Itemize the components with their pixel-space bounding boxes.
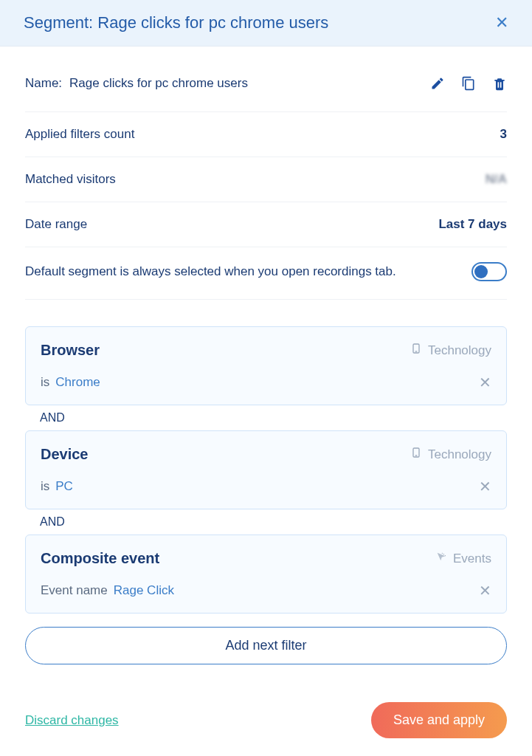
applied-filters-label: Applied filters count bbox=[25, 127, 134, 142]
copy-icon[interactable] bbox=[461, 76, 476, 91]
filter-category: Technology bbox=[410, 340, 491, 360]
date-range-row: Date range Last 7 days bbox=[25, 202, 507, 247]
filter-card-composite-event: Composite event Events Event name Rage C… bbox=[25, 535, 507, 614]
remove-filter-icon[interactable]: ✕ bbox=[479, 479, 491, 494]
svg-point-5 bbox=[445, 555, 446, 556]
svg-point-4 bbox=[443, 554, 444, 554]
segment-name-row: Name: Rage clicks for pc chrome users bbox=[25, 76, 507, 112]
discard-changes-link[interactable]: Discard changes bbox=[25, 713, 119, 728]
remove-filter-icon[interactable]: ✕ bbox=[479, 375, 491, 390]
filter-category: Events bbox=[435, 549, 491, 568]
default-segment-toggle[interactable] bbox=[471, 262, 507, 281]
filter-expression[interactable]: is PC bbox=[41, 479, 73, 494]
modal-body: Name: Rage clicks for pc chrome users Ap… bbox=[0, 47, 532, 681]
name-label: Name: bbox=[25, 76, 62, 91]
svg-point-6 bbox=[442, 553, 443, 554]
matched-visitors-row: Matched visitors N/A bbox=[25, 157, 507, 202]
filter-card-browser: Browser Technology is Chrome ✕ bbox=[25, 326, 507, 405]
default-segment-row: Default segment is always selected when … bbox=[25, 247, 507, 300]
filter-expression[interactable]: is Chrome bbox=[41, 375, 100, 390]
modal-footer: Discard changes Save and apply bbox=[0, 681, 532, 756]
device-icon bbox=[410, 444, 422, 464]
filter-card-device: Device Technology is PC ✕ bbox=[25, 430, 507, 509]
filter-category-label: Technology bbox=[428, 343, 491, 358]
toggle-knob bbox=[474, 265, 488, 278]
conjunction-and: AND bbox=[25, 405, 507, 430]
close-icon[interactable]: ✕ bbox=[495, 15, 508, 31]
filter-value: Rage Click bbox=[114, 583, 174, 598]
applied-filters-row: Applied filters count 3 bbox=[25, 112, 507, 157]
add-next-filter-button[interactable]: Add next filter bbox=[25, 627, 507, 664]
date-range-value: Last 7 days bbox=[438, 217, 507, 232]
delete-icon[interactable] bbox=[492, 76, 507, 91]
name-actions bbox=[430, 76, 507, 91]
default-segment-label: Default segment is always selected when … bbox=[25, 264, 396, 279]
filter-category: Technology bbox=[410, 444, 491, 464]
filter-operator: is bbox=[41, 375, 49, 390]
filter-category-label: Technology bbox=[428, 447, 491, 462]
modal-title: Segment: Rage clicks for pc chrome users bbox=[24, 13, 328, 32]
name-value: Rage clicks for pc chrome users bbox=[69, 76, 430, 91]
filter-title: Composite event bbox=[41, 550, 159, 567]
save-and-apply-button[interactable]: Save and apply bbox=[371, 702, 507, 738]
edit-icon[interactable] bbox=[430, 76, 445, 91]
filter-title: Browser bbox=[41, 342, 100, 359]
filter-value: PC bbox=[55, 479, 73, 494]
modal-header: Segment: Rage clicks for pc chrome users… bbox=[0, 0, 532, 47]
matched-visitors-label: Matched visitors bbox=[25, 172, 116, 187]
filter-operator: is bbox=[41, 479, 49, 494]
applied-filters-value: 3 bbox=[500, 127, 507, 142]
remove-filter-icon[interactable]: ✕ bbox=[479, 583, 491, 598]
conjunction-and: AND bbox=[25, 509, 507, 535]
device-icon bbox=[410, 340, 422, 360]
filter-operator: Event name bbox=[41, 583, 108, 598]
matched-visitors-value: N/A bbox=[486, 172, 507, 187]
filter-expression[interactable]: Event name Rage Click bbox=[41, 583, 174, 598]
filter-category-label: Events bbox=[453, 551, 491, 566]
filter-title: Device bbox=[41, 446, 89, 463]
date-range-label: Date range bbox=[25, 217, 87, 232]
cursor-icon bbox=[435, 549, 447, 568]
filter-value: Chrome bbox=[55, 375, 100, 390]
filters-list: Browser Technology is Chrome ✕ bbox=[25, 326, 507, 664]
